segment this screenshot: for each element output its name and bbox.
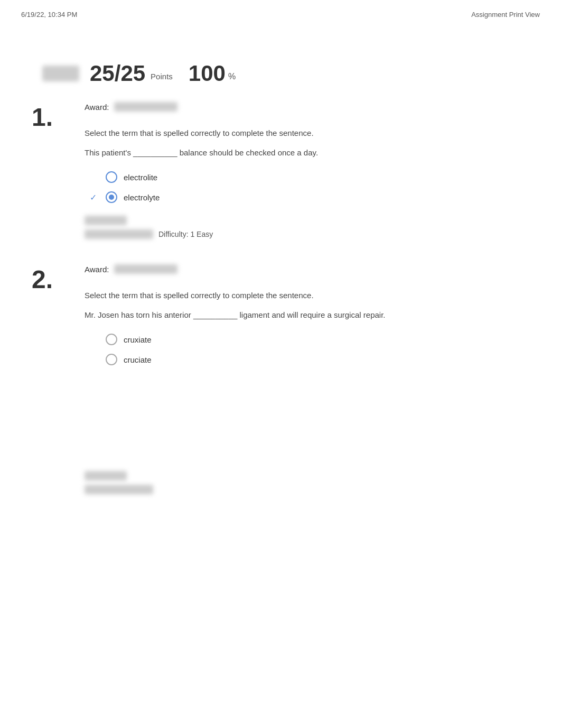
question-1: 1. Award: Select the term that is spelle… bbox=[32, 102, 529, 243]
question-2-award-label: Award: bbox=[85, 265, 109, 274]
question-1-body: Award: Select the term that is spelled c… bbox=[74, 102, 529, 243]
page-title: Assignment Print View bbox=[471, 11, 540, 19]
score-blurred-label bbox=[42, 66, 79, 81]
question-2-award-row: Award: bbox=[85, 264, 529, 274]
score-points-label: Points bbox=[151, 72, 173, 81]
question-2-instruction: Select the term that is spelled correctl… bbox=[85, 290, 529, 302]
difficulty-text: Difficulty: 1 Easy bbox=[158, 230, 213, 238]
main-content: 25/25 Points 100 % 1. Award: Select the … bbox=[0, 19, 561, 551]
q2-footer-blurred-bar-2 bbox=[85, 485, 153, 494]
option-q2-2-label: cruciate bbox=[124, 355, 152, 364]
difficulty-blurred bbox=[85, 229, 153, 239]
score-fraction: 25/25 bbox=[90, 61, 145, 86]
score-section: 25/25 Points 100 % bbox=[32, 61, 529, 86]
question-1-instruction: Select the term that is spelled correctl… bbox=[85, 127, 529, 140]
question-1-award-row: Award: bbox=[85, 102, 529, 112]
question-1-option-2[interactable]: ✓ electrolyte bbox=[106, 191, 529, 203]
question-2-footer bbox=[85, 471, 529, 494]
question-2-number: 2. bbox=[32, 264, 74, 499]
score-percent: 100 bbox=[189, 61, 226, 86]
radio-electrolite[interactable] bbox=[106, 171, 117, 183]
question-1-text: This patient's __________ balance should… bbox=[85, 147, 529, 159]
option-1-label: electrolite bbox=[124, 173, 157, 182]
question-1-options: electrolite ✓ electrolyte bbox=[106, 171, 529, 203]
option-q2-1-label: cruxiate bbox=[124, 335, 152, 344]
score-percent-sign: % bbox=[228, 72, 236, 81]
question-2-award-value bbox=[114, 264, 177, 274]
question-1-footer: Difficulty: 1 Easy bbox=[85, 216, 529, 239]
difficulty-row: Difficulty: 1 Easy bbox=[85, 229, 529, 239]
footer-blurred-bar-1 bbox=[85, 216, 127, 225]
page-header: 6/19/22, 10:34 PM Assignment Print View bbox=[0, 0, 561, 19]
question-2-option-2[interactable]: cruciate bbox=[106, 354, 529, 365]
question-1-award-value bbox=[114, 102, 177, 112]
question-1-award-label: Award: bbox=[85, 103, 109, 112]
question-2-options: cruxiate cruciate bbox=[106, 334, 529, 365]
timestamp: 6/19/22, 10:34 PM bbox=[21, 11, 77, 19]
option-2-label: electrolyte bbox=[124, 193, 160, 202]
check-icon: ✓ bbox=[90, 192, 97, 202]
radio-cruxiate[interactable] bbox=[106, 334, 117, 345]
radio-cruciate[interactable] bbox=[106, 354, 117, 365]
question-1-option-1[interactable]: electrolite bbox=[106, 171, 529, 183]
radio-electrolyte[interactable] bbox=[106, 191, 117, 203]
question-2: 2. Award: Select the term that is spelle… bbox=[32, 264, 529, 499]
q2-footer-blurred-bar-1 bbox=[85, 471, 127, 481]
question-2-body: Award: Select the term that is spelled c… bbox=[74, 264, 529, 499]
question-1-number: 1. bbox=[32, 102, 74, 243]
question-2-option-1[interactable]: cruxiate bbox=[106, 334, 529, 345]
question-2-text: Mr. Josen has torn his anterior ________… bbox=[85, 309, 529, 321]
